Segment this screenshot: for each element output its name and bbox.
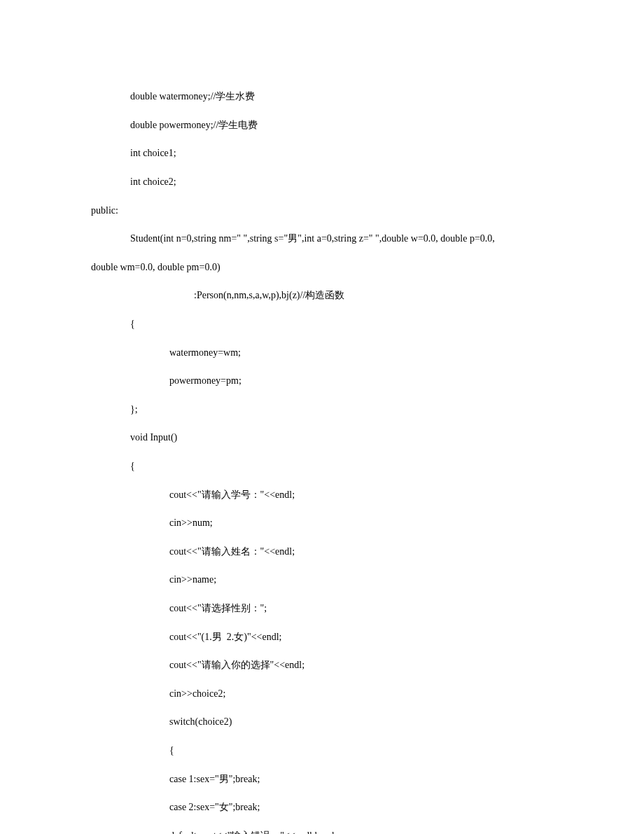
- code-line: {: [91, 317, 553, 331]
- code-line: cout<<"请输入你的选择"<<endl;: [91, 658, 553, 672]
- code-line: double watermoney;//学生水费: [91, 90, 553, 104]
- code-line: cout<<"(1.男 2.女)"<<endl;: [91, 630, 553, 644]
- code-line: :Person(n,nm,s,a,w,p),bj(z)//构造函数: [91, 289, 553, 303]
- code-line: Student(int n=0,string nm=" ",string s="…: [91, 232, 553, 246]
- code-line: {: [91, 459, 553, 473]
- code-line: switch(choice2): [91, 715, 553, 729]
- code-line: powermoney=pm;: [91, 374, 553, 388]
- code-line: int choice1;: [91, 146, 553, 160]
- code-page: double watermoney;//学生水费 double powermon…: [0, 0, 644, 834]
- code-line: {: [91, 744, 553, 758]
- code-line: cout<<"请输入姓名："<<endl;: [91, 545, 553, 559]
- code-line: public:: [91, 204, 553, 218]
- code-line: watermoney=wm;: [91, 346, 553, 360]
- code-line: double wm=0.0, double pm=0.0): [91, 260, 553, 274]
- code-line: double powermoney;//学生电费: [91, 118, 553, 132]
- code-line: default:cout<<"输入错误。"<<endl;break;: [91, 829, 553, 834]
- code-line: cin>>choice2;: [91, 687, 553, 701]
- code-line: void Input(): [91, 431, 553, 445]
- code-line: cin>>name;: [91, 573, 553, 587]
- code-line: };: [91, 403, 553, 417]
- code-line: cout<<"请选择性别：";: [91, 602, 553, 616]
- code-line: cin>>num;: [91, 516, 553, 530]
- code-line: int choice2;: [91, 175, 553, 189]
- code-line: cout<<"请输入学号："<<endl;: [91, 488, 553, 502]
- code-line: case 2:sex="女";break;: [91, 800, 553, 814]
- code-line: case 1:sex="男";break;: [91, 772, 553, 786]
